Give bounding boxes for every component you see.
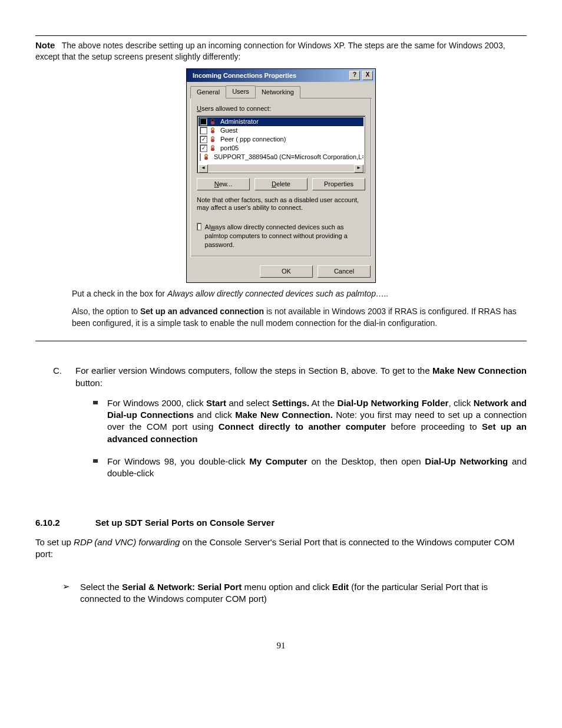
square-bullet-icon [93, 401, 98, 404]
svg-point-6 [211, 137, 214, 140]
properties-button[interactable]: Properties [312, 178, 365, 190]
list-marker: C. [53, 365, 65, 490]
dialog-title: Incoming Connections Properties [193, 71, 296, 80]
list-item[interactable]: ✓ port05 [199, 144, 363, 153]
horizontal-scrollbar[interactable]: ◄ ► [199, 164, 363, 172]
arrow-item: ➢ Select the Serial & Network: Serial Po… [62, 581, 527, 605]
user-name: Administrator [220, 117, 259, 126]
note-text: The above notes describe setting up an i… [35, 41, 505, 61]
users-listbox[interactable]: Administrator Guest ✓ Peer ( ppp connect… [197, 116, 365, 173]
list-item[interactable]: ✓ Peer ( ppp connection) [199, 135, 363, 144]
note-box: Note The above notes describe setting up… [35, 35, 527, 341]
scroll-left-button[interactable]: ◄ [199, 164, 208, 173]
svg-point-10 [205, 154, 208, 157]
list-item-C: C. For earlier version Windows computers… [53, 365, 527, 490]
user-icon [210, 144, 218, 151]
always-allow-row: Always allow directly connected devices … [197, 223, 365, 249]
user-name: SUPPORT_388945a0 (CN=Microsoft Corporati… [214, 153, 363, 162]
note-label: Note [35, 40, 55, 50]
always-allow-label: Always allow directly connected devices … [205, 223, 365, 249]
tab-networking[interactable]: Networking [255, 86, 300, 98]
svg-rect-7 [211, 139, 214, 142]
post-dialog-text: Put a check in the box for Always allow … [72, 288, 527, 330]
dialog-footer: OK Cancel [187, 261, 375, 282]
list-note-text: Note that other factors, such as a disab… [197, 196, 365, 213]
svg-point-4 [211, 128, 214, 131]
close-button[interactable]: X [362, 71, 373, 80]
user-name: Peer ( ppp connection) [220, 135, 286, 144]
incoming-connections-dialog: Incoming Connections Properties ? X Gene… [186, 68, 376, 282]
square-bullet-icon [93, 459, 98, 463]
checkbox[interactable] [200, 127, 207, 134]
section-heading: 6.10.2 Set up SDT Serial Ports on Consol… [35, 517, 527, 529]
svg-point-8 [211, 146, 214, 149]
user-name: Guest [220, 126, 237, 135]
page-number: 91 [35, 641, 527, 651]
arrow-icon: ➢ [62, 581, 72, 605]
checkbox[interactable] [200, 118, 207, 126]
svg-rect-11 [204, 157, 208, 160]
list-item[interactable]: SUPPORT_388945a0 (CN=Microsoft Corporati… [199, 153, 363, 162]
svg-rect-5 [211, 130, 214, 133]
tab-general[interactable]: General [190, 86, 226, 98]
arrow-list: ➢ Select the Serial & Network: Serial Po… [62, 581, 527, 605]
list-item[interactable]: Guest [199, 126, 363, 135]
square-bullet-list: For Windows 2000, click Start and select… [93, 397, 527, 480]
list-buttons-row: New... Delete Properties [197, 178, 365, 190]
user-icon [210, 136, 218, 143]
section-paragraph: To set up RDP (and VNC) forwarding on th… [35, 536, 527, 561]
bullet-item: For Windows 98, you double-click My Comp… [93, 456, 527, 480]
cancel-button[interactable]: Cancel [318, 265, 371, 278]
svg-point-2 [211, 119, 214, 122]
checkbox[interactable]: ✓ [200, 144, 207, 152]
delete-button[interactable]: Delete [254, 178, 308, 190]
titlebar: Incoming Connections Properties ? X [187, 69, 375, 82]
screenshot-wrapper: Incoming Connections Properties ? X Gene… [35, 68, 527, 282]
ok-button[interactable]: OK [260, 265, 313, 278]
always-allow-checkbox[interactable] [197, 223, 201, 230]
bullet-item: For Windows 2000, click Start and select… [93, 397, 527, 445]
body-content: C. For earlier version Windows computers… [35, 365, 527, 605]
section-number: 6.10.2 [35, 517, 60, 529]
lettered-list: C. For earlier version Windows computers… [53, 365, 527, 490]
new-button[interactable]: New... [197, 178, 250, 190]
scroll-right-button[interactable]: ► [354, 164, 363, 173]
section-title: Set up SDT Serial Ports on Console Serve… [95, 517, 275, 529]
user-icon [203, 153, 211, 160]
user-name: port05 [220, 144, 239, 153]
tab-strip: General Users Networking [190, 85, 372, 98]
help-button[interactable]: ? [349, 71, 360, 80]
checkbox[interactable]: ✓ [200, 136, 207, 143]
document-page: Note The above notes describe setting up… [0, 0, 562, 674]
users-allowed-label: Users allowed to connect: [197, 104, 365, 113]
checkbox[interactable] [200, 153, 201, 161]
list-item[interactable]: Administrator [199, 117, 363, 126]
users-tabpanel: Users allowed to connect: Administrator [190, 98, 372, 257]
svg-rect-3 [211, 121, 214, 124]
svg-rect-9 [211, 148, 214, 151]
tab-users[interactable]: Users [226, 85, 256, 98]
user-icon [210, 118, 218, 125]
user-icon [210, 127, 218, 134]
